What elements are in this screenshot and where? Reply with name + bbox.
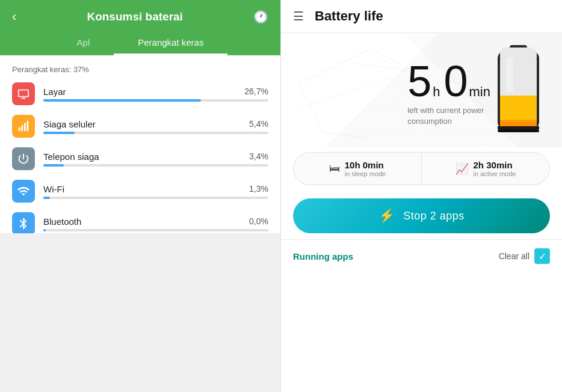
svg-rect-23 — [500, 54, 537, 58]
time-big: 5 h 0 min — [407, 60, 493, 103]
time-sub-label: left with current powerconsumption — [407, 105, 484, 127]
progress-bg-bluetooth — [43, 229, 268, 231]
progress-bg-standby — [43, 164, 268, 167]
clear-all-button[interactable]: Clear all ✓ — [499, 248, 550, 264]
checkbox-icon: ✓ — [534, 248, 550, 264]
hardware-percentage-label: Perangkat keras: 37% — [12, 65, 268, 74]
time-min-unit: min — [469, 84, 490, 100]
item-name-layar: Layar — [43, 87, 66, 97]
wifi-icon — [12, 180, 35, 203]
svg-line-14 — [359, 48, 407, 108]
item-pct-bluetooth: 0,0% — [249, 216, 268, 226]
progress-fill-wifi — [43, 197, 50, 199]
list-item: Telepon siaga 3,4% — [12, 147, 268, 170]
item-name-standby: Telepon siaga — [43, 152, 99, 162]
active-icon: 📈 — [455, 162, 469, 176]
item-details-wifi: Wi-Fi 1,3% — [43, 184, 268, 199]
back-button[interactable]: ‹ — [12, 10, 16, 23]
svg-rect-6 — [27, 121, 29, 131]
item-details-layar: Layar 26,7% — [43, 87, 268, 102]
item-name-wifi: Wi-Fi — [43, 184, 64, 194]
item-details-standby: Telepon siaga 3,4% — [43, 152, 268, 167]
svg-line-15 — [299, 78, 389, 108]
sleep-mode-time: 10h 0min — [345, 160, 384, 170]
cellular-icon — [12, 115, 35, 138]
right-header: ☰ Battery life — [281, 0, 562, 33]
active-mode-label: in active mode — [474, 170, 516, 177]
progress-fill-cellular — [43, 132, 75, 134]
svg-line-8 — [371, 48, 407, 96]
left-content: Perangkat keras: 37% Layar 26,7% — [0, 55, 280, 233]
svg-line-12 — [335, 60, 407, 72]
sleep-mode-item: 🛏 10h 0min in sleep mode — [294, 153, 421, 185]
progress-fill-bluetooth — [43, 229, 46, 231]
sleep-icon: 🛏 — [329, 162, 340, 175]
progress-bg-wifi — [43, 197, 268, 199]
page-title: Konsumsi baterai — [16, 10, 253, 23]
item-pct-standby: 3,4% — [249, 152, 268, 161]
list-item: Bluetooth 0,0% — [12, 212, 268, 233]
svg-rect-25 — [498, 126, 539, 129]
active-mode-time: 2h 30min — [474, 160, 513, 170]
mode-row: 🛏 10h 0min in sleep mode 📈 2h 30min in a… — [293, 152, 550, 185]
active-mode-item: 📈 2h 30min in active mode — [421, 153, 549, 185]
stop-apps-button[interactable]: ⚡ Stop 2 apps — [293, 198, 550, 233]
item-details-cellular: Siaga seluler 5,4% — [43, 119, 268, 134]
item-name-cellular: Siaga seluler — [43, 119, 96, 129]
time-h-unit: h — [433, 84, 440, 100]
progress-fill-standby — [43, 164, 64, 167]
svg-rect-24 — [506, 57, 513, 93]
progress-bg-cellular — [43, 132, 268, 134]
right-title: Battery life — [315, 8, 383, 24]
svg-line-11 — [299, 84, 323, 132]
lightning-icon: ⚡ — [378, 208, 395, 224]
progress-bg-layar — [43, 99, 268, 102]
running-apps-row: Running apps Clear all ✓ — [281, 239, 562, 272]
item-pct-layar: 26,7% — [244, 87, 268, 96]
right-panel: ☰ Battery life 5 h 0 min left with curre… — [281, 0, 562, 392]
svg-line-7 — [299, 48, 371, 84]
item-details-bluetooth: Bluetooth 0,0% — [43, 216, 268, 231]
svg-line-10 — [323, 132, 407, 138]
left-header-top: ‹ Konsumsi baterai 🕐 — [12, 10, 268, 24]
svg-rect-1 — [19, 91, 28, 96]
clock-icon[interactable]: 🕐 — [253, 10, 268, 24]
time-hours-value: 5 — [407, 60, 431, 103]
tab-hardware[interactable]: Perangkat keras — [114, 31, 227, 55]
standby-icon — [12, 147, 35, 170]
svg-line-16 — [389, 78, 407, 138]
left-header: ‹ Konsumsi baterai 🕐 Apl Perangkat keras — [0, 0, 280, 55]
item-pct-cellular: 5,4% — [249, 119, 268, 129]
screen-icon — [12, 82, 35, 105]
time-display: 5 h 0 min left with current powerconsump… — [407, 60, 493, 127]
stop-apps-label: Stop 2 apps — [403, 210, 465, 222]
svg-rect-5 — [24, 123, 26, 132]
clear-all-label: Clear all — [499, 251, 530, 261]
time-minutes-value: 0 — [444, 60, 468, 103]
left-panel: ‹ Konsumsi baterai 🕐 Apl Perangkat keras… — [0, 0, 281, 392]
list-item: Layar 26,7% — [12, 82, 268, 105]
bluetooth-icon — [12, 212, 35, 233]
progress-fill-layar — [43, 99, 201, 102]
battery-illustration — [493, 45, 544, 141]
battery-visual-section: 5 h 0 min left with current powerconsump… — [281, 33, 562, 147]
svg-rect-3 — [19, 127, 20, 131]
item-pct-wifi: 1,3% — [249, 184, 268, 194]
svg-rect-26 — [498, 129, 539, 132]
tab-apl[interactable]: Apl — [53, 31, 114, 55]
list-item: Wi-Fi 1,3% — [12, 180, 268, 203]
hamburger-icon[interactable]: ☰ — [293, 9, 304, 23]
list-item: Siaga seluler 5,4% — [12, 115, 268, 138]
item-name-bluetooth: Bluetooth — [43, 216, 81, 227]
tabs-row: Apl Perangkat keras — [12, 31, 268, 55]
polygon-bg-svg — [299, 48, 407, 138]
left-bottom-area — [0, 233, 280, 392]
sleep-mode-label: in sleep mode — [345, 170, 386, 177]
running-apps-label: Running apps — [293, 251, 353, 262]
svg-rect-4 — [21, 125, 23, 131]
svg-rect-2 — [21, 97, 25, 99]
